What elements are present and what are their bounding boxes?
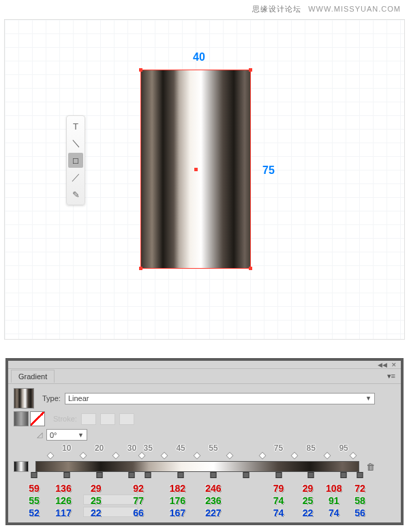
canvas[interactable]: 40 75 T ＼ □ ／ ✎ [4,19,405,340]
g-row: 55126257717623674259158 [34,495,375,507]
color-stop[interactable] [178,472,184,478]
tab-gradient-label: Gradient [18,372,47,381]
stop-position-labels: 102030354555758595 [34,443,375,453]
stroke-option-3[interactable] [119,413,134,425]
midpoint-diamond[interactable] [226,452,233,459]
r-value: 92 [133,483,144,494]
gradient-preview-swatch[interactable] [14,388,34,409]
midpoint-diamond[interactable] [193,452,200,459]
tab-gradient[interactable]: Gradient [11,370,55,383]
handle-top-left[interactable] [139,68,142,72]
panel-tabs: Gradient ▾≡ [8,369,401,384]
b-value: 117 [55,507,71,518]
b-row: 52117226616722774227456 [34,507,375,520]
rectangle-tool-icon[interactable]: □ [68,153,83,168]
handle-top-right[interactable] [249,68,252,72]
g-value: 58 [354,495,365,506]
b-value: 52 [29,507,40,518]
type-tool-icon[interactable]: T [68,119,83,134]
r-value: 59 [29,483,40,494]
color-stop[interactable] [63,472,70,478]
type-row: Type: Linear ▼ [14,388,375,409]
color-stop[interactable] [341,472,347,478]
midpoint-diamond[interactable] [138,452,145,459]
g-value: 55 [29,495,40,506]
stop-label: 35 [144,443,153,453]
stop-label: 75 [274,443,283,453]
color-stop[interactable] [275,472,282,478]
watermark-en: WWW.MISSYUAN.COM [308,5,401,13]
handle-bottom-left[interactable] [139,267,142,270]
color-stop[interactable] [243,472,249,478]
midpoint-row [34,453,375,461]
midpoint-diamond[interactable] [112,452,119,459]
r-value: 182 [170,483,185,494]
pencil-tool-icon[interactable]: ✎ [68,187,83,202]
g-value: 91 [329,495,339,506]
b-value: 66 [133,507,144,518]
angle-input[interactable]: 0° ▼ [46,429,87,441]
angle-row: ◿ 0° ▼ [14,429,375,441]
panel-close-icon[interactable]: ✕ [391,361,397,368]
panel-titlebar[interactable]: ◀◀ ✕ [8,361,401,369]
color-stop-row [34,472,375,482]
rgb-values-table: 591362992182246792910872 551262577176236… [34,483,375,520]
color-stop[interactable] [210,472,216,478]
b-value: 74 [329,507,339,518]
chevron-down-icon: ▼ [78,432,84,439]
g-value: 25 [91,495,102,506]
stop-label: 10 [62,443,71,453]
r-value: 246 [205,483,221,494]
g-value: 176 [170,495,185,506]
color-stop[interactable] [31,472,37,478]
b-value: 56 [354,507,365,518]
midpoint-diamond[interactable] [79,452,87,459]
trash-icon[interactable]: 🗑 [366,462,375,472]
midpoint-diamond[interactable] [258,452,266,459]
color-stop[interactable] [129,472,135,478]
selected-rectangle[interactable] [141,70,250,268]
r-row: 591362992182246792910872 [34,483,375,495]
r-value: 108 [326,483,342,494]
stroke-option-1[interactable] [81,413,96,425]
type-select[interactable]: Linear ▼ [65,393,375,404]
tool-palette: T ＼ □ ／ ✎ [66,115,85,205]
stop-label: 30 [127,443,136,453]
r-value: 72 [354,483,365,494]
g-value: 236 [205,495,221,506]
angle-value: 0° [50,431,57,439]
g-value: 74 [273,495,284,506]
color-stop[interactable] [145,472,151,478]
fill-swatch[interactable] [14,411,29,426]
b-value: 22 [91,507,102,518]
midpoint-diamond[interactable] [291,452,299,459]
reverse-gradient-button[interactable] [14,461,29,472]
color-stop[interactable] [96,472,102,478]
stroke-label: Stroke: [53,415,77,423]
r-value: 136 [55,483,71,494]
dimension-height-label: 75 [262,164,275,177]
midpoint-diamond[interactable] [161,452,168,459]
color-stop[interactable] [357,472,363,478]
midpoint-diamond[interactable] [46,452,54,459]
b-value: 74 [273,507,284,518]
gradient-bar[interactable] [35,461,359,472]
g-value: 77 [133,495,144,506]
r-value: 29 [303,483,314,494]
line-tool-icon[interactable]: ＼ [68,136,83,151]
r-value: 29 [91,483,102,494]
color-stop[interactable] [308,472,314,478]
handle-center[interactable] [194,168,198,171]
panel-collapse-icon[interactable]: ◀◀ [378,361,387,368]
none-swatch[interactable] [30,411,45,426]
g-value: 126 [55,495,71,506]
midpoint-diamond[interactable] [350,452,357,459]
stroke-option-2[interactable] [100,413,115,425]
panel-body: Type: Linear ▼ Stroke: ◿ 0° ▼ 102 [8,384,401,522]
gradient-panel: ◀◀ ✕ Gradient ▾≡ Type: Linear ▼ Stroke: [5,358,404,525]
b-value: 167 [170,507,185,518]
panel-menu-icon[interactable]: ▾≡ [382,372,401,381]
handle-bottom-right[interactable] [249,267,252,270]
brush-tool-icon[interactable]: ／ [68,170,83,185]
midpoint-diamond[interactable] [324,452,331,459]
